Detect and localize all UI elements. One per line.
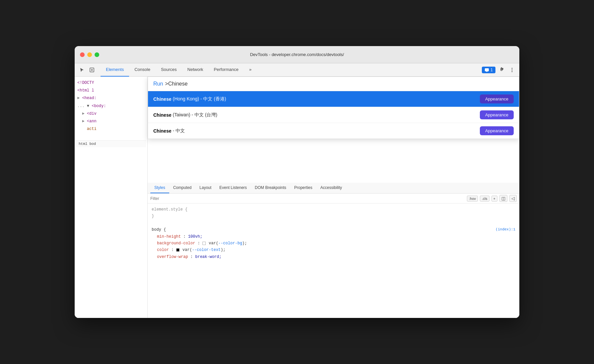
dock-button[interactable]: ◁ xyxy=(509,195,517,202)
css-property-color: color : var(--color-text); xyxy=(152,247,515,253)
tab-accessibility[interactable]: Accessibility xyxy=(316,183,346,193)
css-content: element.style { } body { (index):1 xyxy=(148,204,519,263)
run-label: Run xyxy=(153,81,163,87)
body-source[interactable]: (index):1 xyxy=(496,226,515,233)
body-rule: body { (index):1 xyxy=(152,226,515,233)
toolbar-icon-group xyxy=(77,65,97,75)
command-item-text-2: Chinese - 中文 xyxy=(153,128,185,134)
dom-line: acti xyxy=(76,125,146,133)
filter-input[interactable] xyxy=(150,196,466,201)
add-rule-button[interactable]: + xyxy=(491,196,497,202)
breadcrumb-body[interactable]: bod xyxy=(89,142,96,146)
styles-filter-bar: :hov .cls + ◫ ◁ xyxy=(148,194,519,204)
svg-rect-3 xyxy=(485,68,489,71)
command-query[interactable]: >Chinese xyxy=(165,81,187,87)
breadcrumb-html[interactable]: html xyxy=(79,142,87,146)
devtools-main: <!DOCTY <html l ► <head: ... ▼ <body: ► … xyxy=(75,77,519,318)
title-bar: DevTools - developer.chrome.com/docs/dev… xyxy=(75,46,519,63)
svg-point-5 xyxy=(512,69,513,70)
appearance-button-0[interactable]: Appearance xyxy=(480,94,514,103)
css-property-min-height: min-height : 100vh; xyxy=(152,233,515,240)
tab-dom-breakpoints[interactable]: DOM Breakpoints xyxy=(251,183,290,193)
badge-button[interactable]: 1 xyxy=(482,67,495,73)
text-color-swatch xyxy=(176,248,180,252)
devtools-toolbar: Elements Console Sources Network Perform… xyxy=(75,63,519,77)
cls-button[interactable]: .cls xyxy=(480,196,489,202)
appearance-button-2[interactable]: Appearance xyxy=(480,126,514,135)
command-item-0[interactable]: Chinese (Hong Kong) - 中文 (香港) Appearance xyxy=(148,91,519,107)
tab-elements[interactable]: Elements xyxy=(101,63,129,77)
tab-sources[interactable]: Sources xyxy=(156,63,182,77)
tab-computed[interactable]: Computed xyxy=(169,183,195,193)
new-style-button[interactable]: ◫ xyxy=(499,195,507,202)
command-input-row: Run >Chinese xyxy=(148,77,519,91)
filter-actions: :hov .cls + ◫ ◁ xyxy=(467,195,517,202)
dom-line: ... ▼ <body: xyxy=(76,102,146,110)
dom-line: <!DOCTY xyxy=(76,79,146,87)
command-item-text-0: Chinese (Hong Kong) - 中文 (香港) xyxy=(153,96,226,102)
dom-line: ► <ann xyxy=(76,118,146,125)
command-item-2[interactable]: Chinese - 中文 Appearance xyxy=(148,123,519,139)
dom-line: ► <head: xyxy=(76,94,146,102)
tab-layout[interactable]: Layout xyxy=(195,183,215,193)
css-panel-content: element.style { } body { (index):1 xyxy=(148,204,519,318)
window-title: DevTools - developer.chrome.com/docs/dev… xyxy=(250,52,344,57)
bg-color-swatch xyxy=(202,242,206,245)
right-panel: Run >Chinese Chinese (Hong Kong) - 中文 (香… xyxy=(148,77,519,318)
tab-more[interactable]: » xyxy=(244,63,257,77)
tab-event-listeners[interactable]: Event Listeners xyxy=(215,183,251,193)
tab-properties[interactable]: Properties xyxy=(290,183,317,193)
settings-icon[interactable] xyxy=(497,65,506,75)
traffic-lights xyxy=(80,52,99,57)
dom-line: <html l xyxy=(76,87,146,94)
element-style-close: } xyxy=(152,213,515,219)
css-property-overflow: overflow-wrap : break-word; xyxy=(152,254,515,260)
panel-tabs: Styles Computed Layout Event Listeners D… xyxy=(148,183,519,194)
svg-point-6 xyxy=(512,71,513,72)
dom-line: ► <div xyxy=(76,110,146,118)
tab-styles[interactable]: Styles xyxy=(150,183,169,193)
svg-point-4 xyxy=(512,68,513,69)
minimize-button[interactable] xyxy=(87,52,92,57)
tab-network[interactable]: Network xyxy=(182,63,209,77)
close-button[interactable] xyxy=(80,52,85,57)
devtools-tab-list: Elements Console Sources Network Perform… xyxy=(101,63,481,77)
command-item-text-1: Chinese (Taiwan) - 中文 (台灣) xyxy=(153,112,217,118)
tab-console[interactable]: Console xyxy=(129,63,156,77)
cursor-icon[interactable] xyxy=(77,65,87,75)
styles-section: Styles Computed Layout Event Listeners D… xyxy=(148,183,519,318)
css-property-background: background-color : var(--color-bg); xyxy=(152,240,515,247)
command-item-1[interactable]: Chinese (Taiwan) - 中文 (台灣) Appearance xyxy=(148,107,519,123)
inspect-icon[interactable] xyxy=(87,65,97,75)
appearance-button-1[interactable]: Appearance xyxy=(480,110,514,119)
devtools-window: DevTools - developer.chrome.com/docs/dev… xyxy=(75,46,519,318)
dom-panel: <!DOCTY <html l ► <head: ... ▼ <body: ► … xyxy=(75,77,148,318)
toolbar-right: 1 xyxy=(482,65,517,75)
maximize-button[interactable] xyxy=(95,52,99,57)
element-style-rule: element.style { xyxy=(152,206,515,213)
devtools-panel: Elements Console Sources Network Perform… xyxy=(75,63,519,318)
command-palette: Run >Chinese Chinese (Hong Kong) - 中文 (香… xyxy=(148,77,519,139)
tab-performance[interactable]: Performance xyxy=(208,63,244,77)
hov-button[interactable]: :hov xyxy=(467,196,478,202)
more-options-icon[interactable] xyxy=(507,65,517,75)
